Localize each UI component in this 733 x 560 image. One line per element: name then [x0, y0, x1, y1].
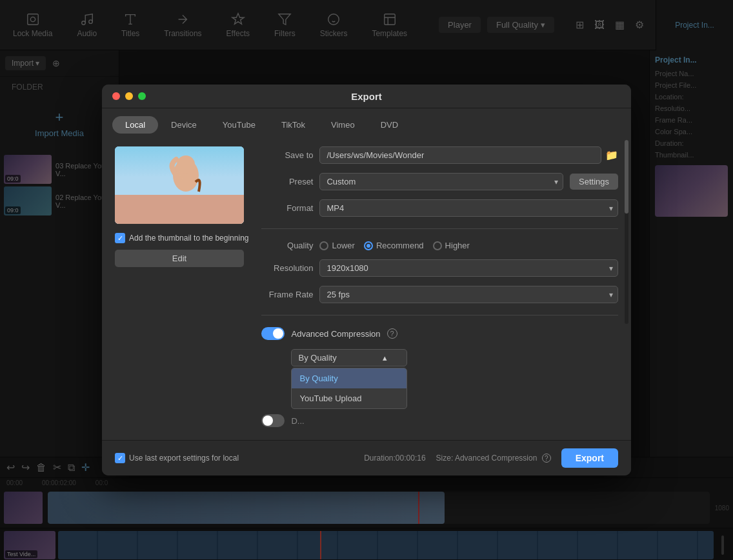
format-label: Format — [261, 203, 313, 213]
checkbox-checked-icon: ✓ — [115, 233, 125, 243]
framerate-label: Frame Rate — [261, 290, 313, 299]
modal-title: Export — [351, 91, 382, 102]
radio-dot — [366, 244, 370, 248]
save-to-row: Save to /Users/ws/Movies/Wonder 📁 — [261, 146, 618, 164]
modal-preview: ✓ Add the thumbnail to the beginning Edi… — [115, 146, 248, 427]
compression-current-value: By Quality — [298, 353, 336, 363]
radio-circle-higher — [433, 241, 442, 250]
radio-circle-recommend — [364, 241, 373, 250]
resolution-row: Resolution 1920x1080 1280x720 3840x2160 … — [261, 259, 618, 277]
extra-toggle-row: D... — [261, 414, 618, 427]
modal-tabs: Local Device YouTube TikTok Vimeo DVD — [102, 108, 631, 134]
traffic-lights — [112, 92, 146, 100]
tab-tiktok[interactable]: TikTok — [268, 116, 318, 134]
settings-button[interactable]: Settings — [570, 174, 618, 190]
tab-device[interactable]: Device — [158, 116, 210, 134]
quality-radio-group: Lower Recommend Higher — [319, 241, 469, 250]
chevron-up-icon: ▴ — [383, 353, 387, 363]
save-path-value: /Users/ws/Movies/Wonder — [319, 146, 601, 164]
compression-dropdown-menu: By Quality YouTube Upload — [291, 368, 407, 409]
tab-youtube[interactable]: YouTube — [210, 116, 268, 134]
thumbnail-checkbox-label: Add the thumbnail to the beginning — [129, 234, 248, 243]
modal-scrollbar[interactable] — [625, 140, 628, 324]
preset-select[interactable]: Custom High Quality Medium Quality — [319, 173, 563, 190]
thumbnail-checkbox[interactable]: ✓ Add the thumbnail to the beginning — [115, 233, 248, 243]
footer-info: Duration:00:00:16 Size: Advanced Compres… — [364, 448, 618, 468]
scrollbar-thumb — [625, 140, 628, 214]
close-button[interactable] — [112, 92, 120, 100]
quality-lower-label: Lower — [332, 241, 354, 250]
resolution-select-wrap: 1920x1080 1280x720 3840x2160 ▾ — [319, 259, 618, 277]
export-button[interactable]: Export — [561, 448, 618, 468]
preset-row: Preset Custom High Quality Medium Qualit… — [261, 173, 618, 190]
compression-option-youtube[interactable]: YouTube Upload — [292, 388, 407, 408]
advanced-compression-row: Advanced Compression ? — [261, 327, 618, 340]
divider — [261, 228, 618, 229]
resolution-select[interactable]: 1920x1080 1280x720 3840x2160 — [319, 259, 618, 277]
svg-point-10 — [177, 155, 195, 174]
minimize-button[interactable] — [125, 92, 133, 100]
toggle-knob — [273, 328, 283, 339]
size-help-icon[interactable]: ? — [542, 454, 551, 463]
compression-option-quality[interactable]: By Quality — [292, 368, 407, 388]
export-modal: Export Local Device YouTube TikTok Vimeo… — [102, 85, 631, 475]
quality-higher-label: Higher — [445, 241, 470, 250]
tab-vimeo[interactable]: Vimeo — [318, 116, 368, 134]
footer-checkbox-icon: ✓ — [115, 453, 125, 463]
compression-dropdown: By Quality ▴ By Quality YouTube Upload — [291, 349, 407, 366]
extra-toggle[interactable] — [261, 414, 285, 427]
duration-info: Duration:00:00:16 — [364, 454, 425, 463]
extra-toggle-label: D... — [291, 416, 304, 426]
quality-higher[interactable]: Higher — [433, 241, 470, 250]
tab-local[interactable]: Local — [112, 116, 158, 134]
preview-image — [115, 146, 244, 224]
format-select[interactable]: MP4 MOV AVI MKV — [319, 199, 618, 217]
modal-form: Save to /Users/ws/Movies/Wonder 📁 Preset… — [261, 146, 618, 427]
help-icon[interactable]: ? — [387, 328, 397, 339]
preset-label: Preset — [261, 177, 313, 186]
modal-overlay: Export Local Device YouTube TikTok Vimeo… — [0, 0, 733, 560]
format-row: Format MP4 MOV AVI MKV ▾ — [261, 199, 618, 217]
folder-browse-button[interactable]: 📁 — [605, 149, 618, 161]
radio-circle-lower — [319, 241, 328, 250]
framerate-select[interactable]: 25 fps 30 fps 60 fps 24 fps — [319, 286, 618, 303]
modal-footer: ✓ Use last export settings for local Dur… — [102, 440, 631, 475]
preset-select-wrap: Custom High Quality Medium Quality ▾ — [319, 173, 563, 190]
divider — [261, 315, 618, 315]
save-to-label: Save to — [261, 150, 313, 160]
resolution-label: Resolution — [261, 263, 313, 273]
edit-button[interactable]: Edit — [115, 250, 244, 267]
format-select-wrap: MP4 MOV AVI MKV ▾ — [319, 199, 618, 217]
modal-body: ✓ Add the thumbnail to the beginning Edi… — [102, 134, 631, 440]
toggle-knob — [263, 415, 273, 426]
use-last-settings-label: Use last export settings for local — [129, 454, 239, 463]
quality-recommend-label: Recommend — [376, 241, 424, 250]
quality-row: Quality Lower Recommend — [261, 241, 618, 250]
framerate-select-wrap: 25 fps 30 fps 60 fps 24 fps ▾ — [319, 286, 618, 303]
advanced-compression-toggle[interactable] — [261, 327, 285, 340]
maximize-button[interactable] — [138, 92, 146, 100]
path-input-wrap: /Users/ws/Movies/Wonder 📁 — [319, 146, 618, 164]
quality-label: Quality — [261, 241, 313, 250]
framerate-row: Frame Rate 25 fps 30 fps 60 fps 24 fps ▾ — [261, 286, 618, 303]
tab-dvd[interactable]: DVD — [368, 116, 411, 134]
advanced-compression-label: Advanced Compression — [291, 329, 380, 339]
svg-rect-8 — [115, 195, 244, 224]
quality-recommend[interactable]: Recommend — [364, 241, 424, 250]
modal-titlebar: Export — [102, 85, 631, 108]
compression-select-button[interactable]: By Quality ▴ — [291, 349, 407, 366]
quality-lower[interactable]: Lower — [319, 241, 354, 250]
size-info: Size: Advanced Compression ? — [436, 454, 551, 463]
use-last-settings-checkbox[interactable]: ✓ Use last export settings for local — [115, 453, 239, 463]
